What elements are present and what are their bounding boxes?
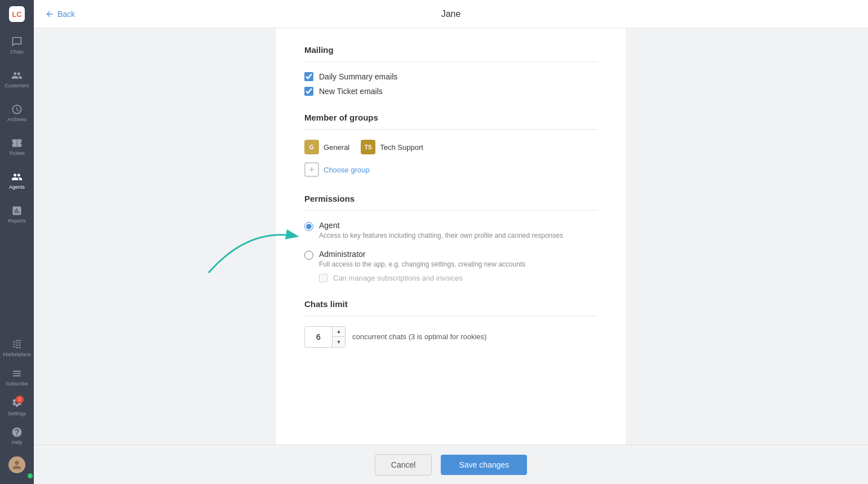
new-ticket-row: New Ticket emails [304, 87, 597, 96]
page-title: Jane [441, 9, 461, 19]
sidebar-item-marketplace[interactable]: Marketplace [0, 333, 34, 362]
reports-icon [11, 205, 23, 216]
sidebar-item-agents[interactable]: Agents [0, 163, 34, 197]
chats-suffix-label: concurrent chats (3 is optimal for rooki… [352, 332, 486, 341]
sidebar-nav: Chats Customers Archives Tickets Agents … [0, 28, 34, 333]
subscribe-label: Subscribe [6, 381, 28, 387]
group-tech-support: TS Tech Support [361, 140, 423, 154]
groups-grid: G General TS Tech Support [304, 140, 597, 154]
chats-label: Chats [10, 49, 24, 55]
archives-icon [11, 104, 23, 115]
subscribe-icon [11, 368, 23, 379]
administrator-title: Administrator [319, 250, 525, 259]
top-bar: Back Jane [34, 0, 868, 28]
stepper-up-button[interactable]: ▲ [333, 327, 345, 337]
tickets-icon [11, 137, 23, 149]
chats-number-input[interactable]: 6 [305, 327, 332, 347]
cancel-button[interactable]: Cancel [375, 454, 432, 476]
help-label: Help [12, 439, 23, 445]
save-changes-button[interactable]: Save changes [441, 455, 527, 475]
groups-divider [304, 129, 597, 130]
group-general-icon: G [304, 140, 319, 154]
back-label: Back [57, 10, 75, 19]
administrator-desc: Full access to the app, e.g. changing se… [319, 260, 525, 269]
agents-label: Agents [9, 184, 25, 190]
group-general-label: General [324, 143, 349, 152]
chats-icon [11, 36, 23, 47]
groups-section: Member of groups G General TS Tech Suppo… [304, 113, 597, 177]
sidebar-item-reports[interactable]: Reports [0, 197, 34, 231]
new-ticket-checkbox[interactable] [304, 87, 313, 96]
form-panel: Mailing Daily Summary emails New Ticket … [276, 28, 626, 445]
logo-icon: LC [9, 6, 25, 22]
reports-label: Reports [8, 218, 26, 224]
avatar-icon [11, 459, 23, 471]
sidebar-item-help[interactable]: Help [0, 421, 34, 450]
chats-limit-row: 6 ▲ ▼ concurrent chats (3 is optimal for… [304, 326, 597, 348]
chats-number-input-wrapper: 6 ▲ ▼ [304, 326, 346, 348]
bottom-bar: Cancel Save changes [34, 445, 868, 484]
agent-desc: Access to key features including chattin… [319, 231, 563, 241]
agent-radio[interactable] [304, 222, 313, 231]
sidebar-item-tickets[interactable]: Tickets [0, 130, 34, 163]
content-wrapper: Mailing Daily Summary emails New Ticket … [34, 28, 868, 484]
user-avatar[interactable] [0, 450, 34, 479]
sidebar-item-customers[interactable]: Customers [0, 62, 34, 96]
marketplace-label: Marketplace [3, 352, 30, 357]
sidebar-item-subscribe[interactable]: Subscribe [0, 362, 34, 392]
daily-summary-checkbox[interactable] [304, 72, 313, 81]
choose-group-label: Choose group [324, 166, 370, 174]
sidebar-bottom: Marketplace Subscribe 1 Settings Help [0, 333, 34, 484]
new-ticket-label: New Ticket emails [319, 87, 383, 96]
settings-badge: 1 [16, 396, 24, 403]
stepper-buttons: ▲ ▼ [332, 327, 345, 347]
choose-group-button[interactable]: + Choose group [304, 162, 597, 177]
administrator-option: Administrator Full access to the app, e.… [304, 250, 597, 282]
agent-content: Agent Access to key features including c… [319, 221, 563, 241]
sidebar-item-archives[interactable]: Archives [0, 96, 34, 130]
mailing-section: Mailing Daily Summary emails New Ticket … [304, 45, 597, 96]
content-area: Mailing Daily Summary emails New Ticket … [34, 28, 868, 445]
tickets-label: Tickets [9, 150, 25, 156]
daily-summary-label: Daily Summary emails [319, 72, 397, 81]
customers-label: Customers [5, 83, 29, 88]
avatar-image [8, 456, 25, 473]
app-logo[interactable]: LC [0, 0, 34, 28]
chats-limit-divider [304, 316, 597, 316]
groups-title: Member of groups [304, 113, 597, 122]
agent-title: Agent [319, 221, 563, 230]
agents-icon [11, 171, 23, 183]
stepper-down-button[interactable]: ▼ [333, 337, 345, 347]
help-icon [11, 427, 23, 438]
back-button[interactable]: Back [45, 10, 75, 19]
sidebar-item-chats[interactable]: Chats [0, 28, 34, 62]
group-general: G General [304, 140, 349, 154]
customers-icon [11, 70, 23, 81]
permissions-title: Permissions [304, 194, 597, 203]
manage-subscriptions-row: Can manage subscriptions and invoices [319, 274, 525, 282]
group-tech-label: Tech Support [380, 143, 423, 152]
plus-icon: + [304, 162, 319, 177]
settings-label: Settings [8, 411, 26, 416]
main-content: Back Jane Mailing Daily Summary emails N… [34, 0, 868, 484]
chats-limit-title: Chats limit [304, 299, 597, 309]
administrator-radio[interactable] [304, 251, 313, 260]
manage-subs-label: Can manage subscriptions and invoices [333, 274, 463, 282]
marketplace-icon [11, 339, 23, 350]
agent-option: Agent Access to key features including c… [304, 221, 597, 241]
chats-limit-section: Chats limit 6 ▲ ▼ concurrent chats (3 is… [304, 299, 597, 348]
sidebar-item-settings[interactable]: 1 Settings [0, 392, 34, 421]
arrow-annotation [192, 211, 304, 278]
permissions-section: Permissions [304, 194, 597, 282]
manage-subs-checkbox [319, 274, 327, 282]
mailing-divider [304, 61, 597, 62]
permissions-divider [304, 210, 597, 211]
group-tech-icon: TS [361, 140, 375, 154]
archives-label: Archives [7, 117, 27, 122]
sidebar: LC Chats Customers Archives Tickets Agen… [0, 0, 34, 484]
administrator-content: Administrator Full access to the app, e.… [319, 250, 525, 282]
back-icon [45, 10, 54, 19]
mailing-title: Mailing [304, 45, 597, 55]
daily-summary-row: Daily Summary emails [304, 72, 597, 81]
